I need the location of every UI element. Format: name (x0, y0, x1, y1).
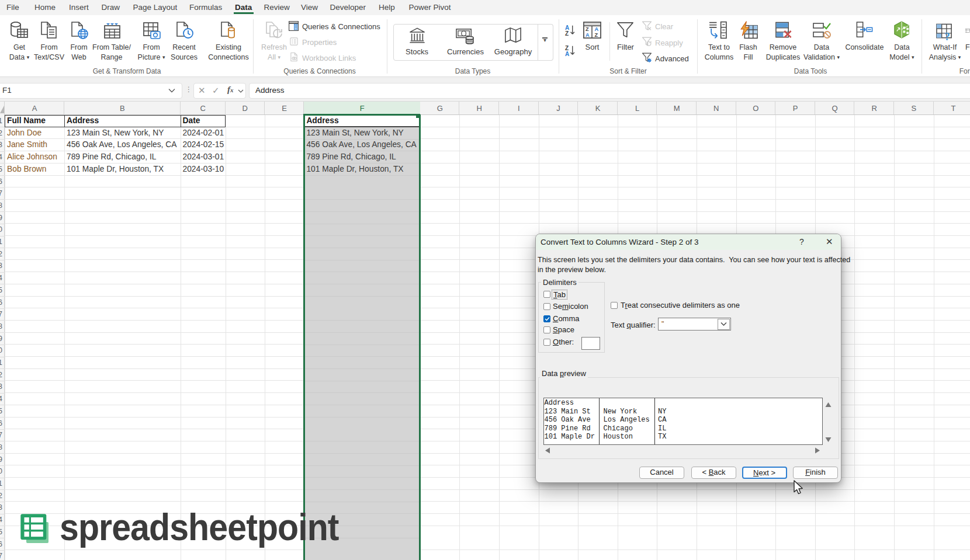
svg-text:Z: Z (565, 30, 569, 36)
svg-text:A: A (594, 26, 598, 32)
svg-text:A: A (586, 32, 590, 38)
svg-text:Z: Z (586, 26, 589, 32)
svg-text:?: ? (945, 31, 950, 42)
svg-text:A: A (565, 51, 569, 57)
svg-text:Z: Z (594, 32, 598, 38)
